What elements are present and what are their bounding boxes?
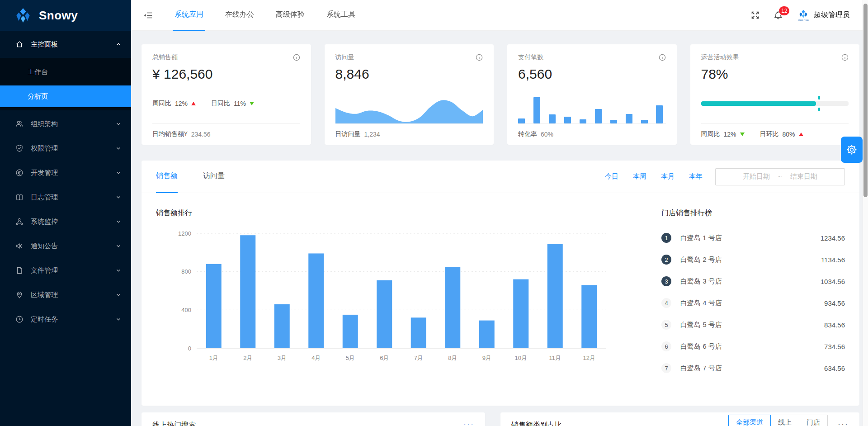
quick-ranges: 今日本周本月本年 (590, 172, 703, 181)
header-tab-2[interactable]: 高级体验 (274, 0, 307, 31)
sidebar-item-notice[interactable]: 通知公告 (0, 235, 131, 257)
user-menu[interactable]: xiaonuo 超级管理员 (797, 9, 850, 21)
app-logo[interactable]: Snowy (0, 0, 131, 31)
info-icon[interactable] (841, 54, 849, 61)
sidebar-item-org[interactable]: 组织架构 (0, 113, 131, 135)
svg-text:1200: 1200 (178, 230, 191, 237)
notification-badge: 12 (779, 6, 789, 15)
segment-1[interactable]: 线上 (770, 415, 799, 426)
quick-range-3[interactable]: 本年 (689, 172, 703, 180)
segment-0[interactable]: 全部渠道 (728, 415, 771, 426)
shield-icon (15, 144, 24, 153)
sidebar-item-dev[interactable]: 开发管理 (0, 162, 131, 184)
progress-fill (701, 101, 816, 106)
footer-label: 日均销售额¥ (152, 130, 188, 138)
cluster-icon (15, 217, 24, 226)
sidebar-item-label: 定时任务 (31, 315, 116, 324)
date-range-input[interactable]: 开始日期 ~ 结束日期 (715, 168, 845, 185)
sales-trends: 周同比12%日同比11% (152, 99, 254, 108)
sidebar-item-label: 开发管理 (31, 169, 116, 177)
category-share-title: 销售额类别占比 (511, 421, 562, 426)
store-name: 白鹭岛 1 号店 (680, 234, 821, 242)
spark-bar (564, 117, 571, 123)
footer-value: 1,234 (364, 131, 380, 138)
sales-panel-tab-0[interactable]: 销售额 (156, 161, 178, 193)
more-icon[interactable]: ··· (463, 419, 474, 426)
quick-range-1[interactable]: 本周 (633, 172, 646, 180)
card-value: 78% (701, 65, 849, 83)
spark-bar (580, 119, 586, 123)
svg-text:8月: 8月 (448, 355, 457, 361)
euro-icon (15, 168, 24, 177)
info-icon[interactable] (659, 54, 666, 61)
sidebar-item-dashboard[interactable]: 主控面板 (0, 33, 131, 55)
scrollbar-thumb[interactable] (863, 4, 868, 197)
trend-label: 日环比 (760, 130, 779, 138)
svg-text:3月: 3月 (278, 355, 287, 361)
trend-value: 80% (783, 131, 795, 138)
theme-settings-button[interactable] (841, 137, 863, 163)
store-name: 白鹭岛 4 号店 (680, 299, 824, 308)
sidebar-item-label: 权限管理 (31, 144, 116, 153)
card-title: 访问量 (335, 53, 354, 62)
sidebar-item-region[interactable]: 区域管理 (0, 284, 131, 306)
card-value: 6,560 (518, 65, 666, 83)
spark-bar (533, 97, 540, 123)
rank-badge: 6 (661, 341, 671, 351)
sidebar-item-label: 文件管理 (31, 266, 116, 275)
sidebar-subitem-workbench[interactable]: 工作台 (0, 61, 131, 83)
sidebar-item-label: 主控面板 (31, 40, 116, 49)
date-end-placeholder: 结束日期 (790, 172, 817, 181)
footer-label: 日访问量 (335, 130, 361, 138)
notification-bell-icon[interactable]: 12 (774, 10, 783, 20)
sales-panel: 销售额访问量 今日本周本月本年 开始日期 ~ 结束日期 销售额排行 040080… (142, 161, 859, 406)
card-title: 支付笔数 (518, 53, 543, 62)
quick-range-0[interactable]: 今日 (605, 172, 618, 180)
sidebar-subitem-analysis[interactable]: 分析页 (0, 85, 131, 107)
sales-panel-tab-1[interactable]: 访问量 (203, 161, 225, 193)
quick-range-2[interactable]: 本月 (661, 172, 675, 180)
sidebar-item-timer[interactable]: 定时任务 (0, 308, 131, 330)
svg-text:1月: 1月 (209, 355, 218, 361)
sidebar-item-auth[interactable]: 权限管理 (0, 137, 131, 159)
header-right: 12 xiaonuo 超级管理员 (750, 9, 868, 21)
info-icon[interactable] (476, 54, 483, 61)
svg-text:4月: 4月 (311, 355, 321, 361)
sales-panel-tabs: 销售额访问量 (156, 161, 250, 193)
header-tab-3[interactable]: 系统工具 (325, 0, 357, 31)
sidebar-item-monitor[interactable]: 系统监控 (0, 211, 131, 232)
segment-2[interactable]: 门店 (799, 415, 828, 426)
sidebar-item-label: 通知公告 (31, 242, 116, 251)
sidebar-item-log[interactable]: 日志管理 (0, 186, 131, 208)
svg-text:5月: 5月 (346, 355, 355, 361)
ranking-row: 5白鹭岛 5 号店834.56 (661, 314, 845, 336)
spark-bar (518, 118, 525, 123)
store-value: 834.56 (824, 321, 845, 329)
sidebar-submenu: 工作台分析页 (0, 58, 131, 110)
date-start-placeholder: 开始日期 (743, 172, 770, 181)
spark-bar (549, 114, 556, 123)
menu-fold-icon[interactable] (143, 10, 153, 20)
username: 超级管理员 (814, 10, 850, 20)
header-tab-1[interactable]: 在线办公 (223, 0, 256, 31)
store-ranking-list: 1白鹭岛 1 号店1234.562白鹭岛 2 号店1134.563白鹭岛 3 号… (661, 227, 845, 379)
chevron-down-icon (116, 218, 121, 226)
sidebar-item-file[interactable]: 文件管理 (0, 260, 131, 281)
info-icon[interactable] (293, 54, 300, 61)
store-name: 白鹭岛 2 号店 (680, 256, 821, 264)
spark-bar (595, 109, 602, 123)
sound-icon (15, 241, 24, 251)
fullscreen-icon[interactable] (750, 10, 760, 20)
more-icon[interactable]: ··· (838, 419, 849, 426)
chevron-down-icon (116, 145, 121, 152)
visits-area-chart (335, 95, 483, 123)
main-content: 总销售额 ¥ 126,560 周同比12%日同比11% 日均销售额¥ 234.5… (131, 31, 868, 426)
card-value: ¥ 126,560 (152, 65, 300, 83)
store-name: 白鹭岛 3 号店 (680, 277, 821, 286)
card-visits: 访问量 8,846 日访问量 1,234 (325, 44, 494, 145)
caret-up-icon (799, 133, 803, 136)
svg-text:7月: 7月 (414, 355, 423, 361)
header-tab-0[interactable]: 系统应用 (173, 0, 205, 31)
spark-bar (610, 120, 617, 123)
store-value: 634.56 (824, 364, 845, 372)
